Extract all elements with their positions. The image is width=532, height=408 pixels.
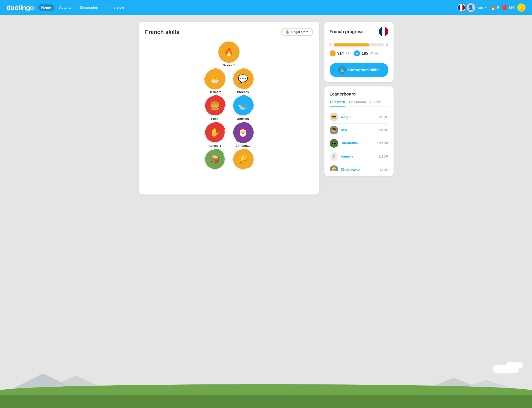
- lb-xp-ben: 131 XP: [378, 128, 388, 132]
- french-flag: [379, 27, 388, 36]
- basics1-label: Basics 1: [223, 64, 235, 67]
- skill-icon-extra1: 📦: [205, 150, 225, 169]
- lb-avatar-wadjin: 😎: [330, 113, 338, 121]
- lb-name-wadjin[interactable]: wadjin: [341, 115, 376, 119]
- skill-basics1[interactable]: 🔥 Basics 1: [219, 42, 239, 67]
- panel-title: French skills: [145, 29, 180, 35]
- animals-label: Animals: [237, 117, 249, 121]
- skill-basics2[interactable]: 🐣 Basics 2: [205, 69, 225, 94]
- leaderboard-title: Leaderboard: [330, 92, 388, 97]
- gem-icon: 🔴: [502, 5, 507, 10]
- skill-row-1: 🐣 Basics 2 💬 Phras: [205, 69, 253, 94]
- skill-icon-christmas: 🎅: [233, 123, 253, 142]
- xp-unit: XP: [346, 52, 350, 55]
- skill-icon-food: 🍔: [205, 96, 225, 115]
- streak-badge: 🔥 0: [490, 5, 499, 10]
- gem-badge: 🔴 724: [502, 5, 514, 10]
- skill-icon-phrases: 💬: [233, 69, 253, 89]
- strengthen-skills-button[interactable]: 💪 Strengthen skills: [330, 63, 388, 77]
- skill-food[interactable]: 🍔 Food: [205, 96, 225, 121]
- user-menu[interactable]: 👤 naut ▼: [457, 3, 487, 12]
- header: duolingo Home Activity Discussion Immers…: [0, 0, 532, 15]
- lb-xp-chaironeko: 60 XP: [380, 168, 388, 171]
- lb-xp-buunny: 113 XP: [378, 155, 388, 158]
- nav: Home Activity Discussion Immersion: [38, 4, 457, 11]
- xp-value: 914: [337, 51, 344, 56]
- flame-icon: 🔥: [490, 5, 496, 10]
- skill-extra2[interactable]: 🔑: [233, 150, 253, 169]
- leaderboard-tabs: This week This month All time: [330, 100, 388, 107]
- adj1-label: Adject. 1: [208, 144, 221, 147]
- username: naut: [476, 6, 483, 9]
- stats-row: 914 XP W 185 Words: [330, 50, 388, 56]
- christmas-icon: 🎅: [238, 128, 248, 137]
- animals-icon: 🐋: [238, 101, 248, 110]
- lb-avatar-chaironeko: 👱: [330, 165, 338, 171]
- phrases-label: Phrases: [237, 90, 249, 94]
- christmas-label: Christmas: [235, 144, 250, 147]
- chevron-down-icon: ▼: [485, 6, 487, 9]
- skill-row-0: 🔥 Basics 1: [219, 42, 239, 67]
- strengthen-label: Strengthen skills: [348, 68, 380, 72]
- lb-name-silentmike[interactable]: SilentMike: [341, 141, 376, 145]
- tab-all-time[interactable]: All time: [369, 100, 381, 106]
- skill-icon-animals: 🐋: [233, 96, 253, 115]
- lb-xp-wadjin: 199 XP: [378, 115, 388, 119]
- nav-activity[interactable]: Activity: [56, 4, 75, 11]
- level-progress-bar: [333, 43, 384, 46]
- skills-container: 🔥 Basics 1 🐣: [145, 42, 313, 171]
- adj1-icon: ✋: [210, 128, 220, 137]
- lb-entry-chaironeko: 👱 Chaironeko 60 XP: [330, 163, 388, 171]
- avatar: 👤: [466, 3, 475, 12]
- french-skills-panel: French skills 🏪 Lingot store 🔥: [139, 22, 319, 195]
- skill-row-2: 🍔 Food 🐋 Animals: [205, 96, 253, 121]
- language-flag: [457, 4, 465, 11]
- nav-immersion[interactable]: Immersion: [103, 4, 127, 11]
- lb-avatar-ben: 👦: [330, 126, 338, 134]
- xp-icon: [330, 50, 336, 56]
- skill-icon-basics2: 🐣: [205, 69, 225, 89]
- basics1-icon: 🔥: [224, 47, 234, 57]
- lb-name-buunny[interactable]: buunny: [341, 154, 376, 158]
- tab-this-month[interactable]: This month: [349, 100, 366, 106]
- nav-home[interactable]: Home: [38, 4, 54, 11]
- skill-extra1[interactable]: 📦: [205, 150, 225, 169]
- lingot-store-label: Lingot store: [291, 30, 308, 34]
- food-label: Food: [211, 117, 218, 121]
- strengthen-icon: 💪: [338, 66, 346, 74]
- food-icon: 🍔: [210, 101, 220, 110]
- lb-avatar-buunny: 🐰: [330, 152, 338, 161]
- level-bar-fill: [333, 43, 369, 46]
- words-value: 185: [362, 51, 368, 56]
- basics2-label: Basics 2: [209, 90, 221, 94]
- divider-1: [330, 41, 388, 41]
- level-current: 7: [330, 43, 332, 47]
- panel-header: French skills 🏪 Lingot store: [145, 28, 313, 36]
- lb-name-chaironeko[interactable]: Chaironeko: [341, 168, 378, 171]
- lb-name-ben[interactable]: ben: [341, 128, 376, 132]
- words-icon: W: [354, 50, 360, 56]
- skill-icon-extra2: 🔑: [233, 150, 253, 169]
- leaderboard-card: Leaderboard This week This month All tim…: [324, 86, 394, 176]
- tab-this-week[interactable]: This week: [330, 100, 345, 107]
- bell-icon: 🔔: [519, 5, 524, 10]
- phrases-icon: 💬: [238, 74, 248, 84]
- skill-christmas[interactable]: 🎅 Christmas: [233, 123, 253, 147]
- xp-stat: 914 XP: [330, 50, 350, 56]
- divider-2: [330, 61, 388, 61]
- gem-count: 724: [508, 6, 514, 9]
- skill-adjectives1[interactable]: ✋ Adject. 1: [205, 123, 225, 147]
- progress-header: French progress: [330, 27, 388, 36]
- level-bar-container: 7 8: [330, 43, 388, 47]
- lb-entry-ben: 👦 ben 131 XP: [330, 124, 388, 137]
- notifications-button[interactable]: 🔔: [517, 3, 525, 12]
- lb-entry-silentmike: 🕶️ SilentMike 121 XP: [330, 137, 388, 150]
- logo: duolingo: [7, 4, 34, 12]
- skill-phrases[interactable]: 💬 Phrases: [233, 69, 253, 94]
- lingot-store-button[interactable]: 🏪 Lingot store: [281, 28, 313, 36]
- skill-row-4: 📦 🔑: [205, 150, 253, 169]
- skill-animals[interactable]: 🐋 Animals: [233, 96, 253, 121]
- words-unit: Words: [370, 52, 378, 55]
- words-stat: W 185 Words: [354, 50, 378, 56]
- nav-discussion[interactable]: Discussion: [77, 4, 101, 11]
